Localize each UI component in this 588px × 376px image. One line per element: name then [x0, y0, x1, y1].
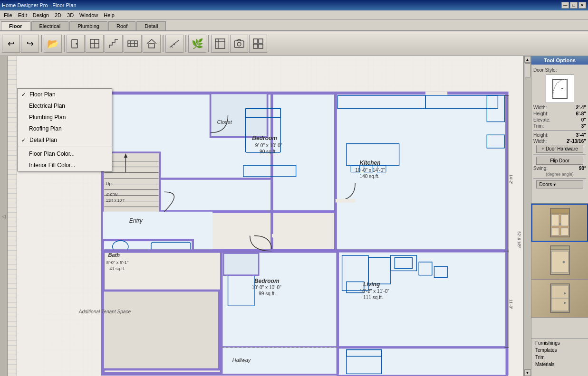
menu-edit[interactable]: Edit [15, 11, 30, 19]
svg-rect-132 [550, 246, 569, 250]
door-thumbnails [531, 203, 588, 338]
width2-value: 2'-13/16" [567, 139, 586, 144]
materials-label[interactable]: Materials [533, 361, 586, 368]
svg-text:9'-0" x 10'-0": 9'-0" x 10'-0" [255, 143, 282, 148]
trim-label[interactable]: Trim [533, 354, 586, 361]
svg-text:Entry: Entry [129, 217, 143, 224]
tool-options-header: Tool Options [531, 56, 588, 65]
elevate-row: Elevate: 0" [533, 117, 586, 122]
toolbar: ↩ ↪ 📂 [0, 31, 588, 56]
doors-dropdown[interactable]: Doors ▾ [536, 180, 584, 188]
svg-text:Bath: Bath [108, 252, 120, 258]
undo-button[interactable]: ↩ [2, 35, 20, 53]
door-style-label: Door Style: [533, 67, 557, 73]
svg-rect-25 [211, 93, 268, 137]
svg-text:11'-0": 11'-0" [509, 299, 513, 309]
height2-label: Height: [533, 132, 549, 138]
templates-label[interactable]: Templates [533, 347, 586, 354]
menu-3d[interactable]: 3D [64, 11, 77, 19]
door-thumb-3[interactable] [531, 280, 588, 318]
svg-rect-9 [149, 44, 154, 48]
menu-floor-plan-color[interactable]: Floor Plan Color... [18, 148, 112, 160]
svg-rect-16 [234, 41, 244, 47]
maximize-btn[interactable]: □ [570, 2, 578, 9]
svg-rect-122 [553, 79, 567, 98]
svg-text:41 sq.ft.: 41 sq.ft. [109, 266, 125, 271]
swing-value: 90° [579, 166, 586, 171]
svg-text:13R x 10'T: 13R x 10'T [106, 198, 125, 203]
svg-text:Hallway: Hallway [232, 357, 251, 363]
svg-text:52'-6 1/8": 52'-6 1/8" [517, 231, 521, 248]
tab-detail[interactable]: Detail [136, 21, 166, 30]
menu-help[interactable]: Help [101, 11, 117, 19]
elevation-button[interactable] [211, 35, 229, 53]
view-button[interactable] [249, 35, 267, 53]
scroll-thumb[interactable] [525, 63, 530, 77]
door-thumb-2[interactable] [531, 242, 588, 280]
svg-text:Kitchen: Kitchen [360, 160, 381, 166]
width2-row: Width: 2'-13/16" [533, 139, 586, 144]
stairs-button[interactable] [105, 35, 123, 53]
menu-floor-plan[interactable]: Floor Plan [18, 89, 112, 100]
height-row: Height: 6'-8" [533, 111, 586, 116]
menu-detail-plan[interactable]: Detail Plan [18, 134, 112, 146]
menu-2d[interactable]: 2D [52, 11, 64, 19]
menu-interior-fill-color[interactable]: Interior Fill Color... [18, 160, 112, 171]
left-panel-handle[interactable]: ◁ [0, 56, 8, 376]
close-btn[interactable]: ✕ [578, 2, 586, 9]
door-style-row: Door Style: [533, 67, 586, 73]
window-button[interactable] [86, 35, 104, 53]
width2-label: Width: [533, 139, 547, 144]
title-bar: Home Designer Pro - Floor Plan — □ ✕ [0, 0, 588, 10]
scroll-up-btn[interactable]: ▲ [524, 56, 531, 63]
open-button[interactable]: 📂 [44, 35, 62, 53]
tab-plumbing[interactable]: Plumbing [69, 21, 107, 30]
toolbar-sep-4 [185, 35, 186, 52]
roof-button[interactable] [143, 35, 161, 53]
scroll-down-btn[interactable]: ▼ [524, 369, 531, 376]
measure-button[interactable] [165, 35, 183, 53]
elevate-label: Elevate: [533, 117, 550, 122]
elevate-value: 0" [581, 117, 586, 122]
menu-design[interactable]: Design [30, 11, 52, 19]
menu-window[interactable]: Window [77, 11, 101, 19]
toolbar-sep-1 [41, 35, 42, 52]
canvas-area[interactable]: Closet Bedroom 9'-0" x 10'-0" 90 sq.ft. … [17, 56, 531, 376]
landscape-button[interactable]: 🌿 [188, 35, 206, 53]
menu-roofing-plan[interactable]: Roofing Plan [18, 123, 112, 134]
svg-text:Additional Tenant Space: Additional Tenant Space [78, 309, 131, 314]
svg-line-11 [171, 46, 173, 47]
menu-file[interactable]: File [1, 11, 15, 19]
width-value: 2'-4" [576, 105, 586, 110]
flip-door-button[interactable]: Flip Door [536, 157, 584, 165]
tab-floor[interactable]: Floor [1, 21, 30, 30]
tab-roof[interactable]: Roof [108, 21, 135, 30]
main-area: ◁ [0, 56, 588, 376]
door-hardware-button[interactable]: + Door Hardware [536, 145, 584, 153]
height-value: 6'-8" [576, 111, 586, 116]
door-preview[interactable] [546, 75, 574, 103]
svg-text:Up: Up [106, 181, 112, 186]
tab-electrical[interactable]: Electrical [31, 21, 69, 30]
scrollbar-vertical[interactable]: ▲ ▼ [523, 56, 531, 376]
toolbar-sep-3 [163, 35, 164, 52]
door-button[interactable] [67, 35, 85, 53]
svg-text:Living: Living [363, 281, 380, 288]
camera-button[interactable] [230, 35, 248, 53]
redo-button[interactable]: ↪ [21, 35, 39, 53]
menu-plumbing-plan[interactable]: Plumbing Plan [18, 112, 112, 123]
furnishings-label[interactable]: Furnishings [533, 339, 586, 347]
toolbar-sep-5 [208, 35, 209, 52]
door-thumb-1[interactable] [531, 204, 588, 242]
menu-electrical-plan[interactable]: Electrical Plan [18, 100, 112, 112]
minimize-btn[interactable]: — [561, 2, 569, 9]
svg-point-1 [76, 43, 77, 44]
height2-value: 3'-4" [576, 132, 586, 138]
svg-rect-133 [551, 251, 569, 273]
svg-rect-69 [103, 291, 219, 369]
svg-point-130 [559, 223, 561, 225]
svg-text:14'-2": 14'-2" [509, 174, 513, 184]
svg-text:10'-0" x 10'-0": 10'-0" x 10'-0" [251, 285, 281, 290]
floor-button[interactable] [124, 35, 142, 53]
scroll-track[interactable] [524, 63, 531, 369]
